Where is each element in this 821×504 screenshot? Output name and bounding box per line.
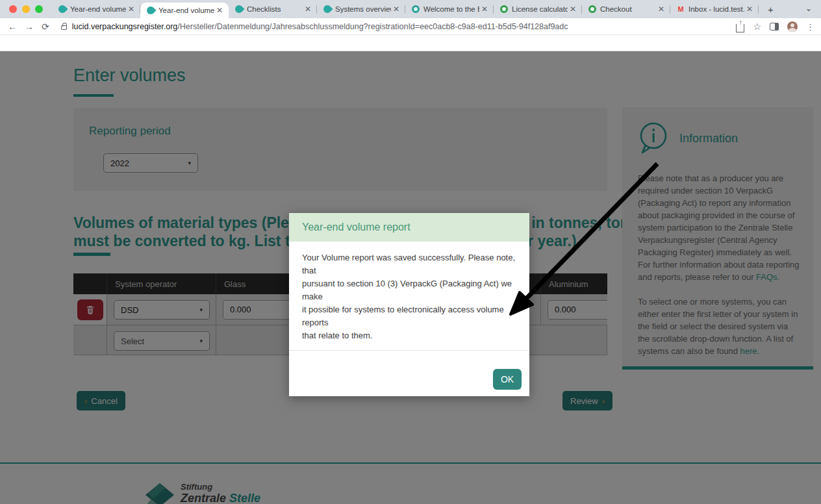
dialog-body: Your Volume report was saved successfull… (289, 242, 529, 351)
lucid-icon (322, 4, 333, 15)
new-tab-button[interactable]: + (768, 4, 774, 15)
close-icon[interactable]: ✕ (214, 6, 225, 15)
tab-systems-overview[interactable]: Systems overview ✕ (317, 0, 405, 18)
tab-label: Year-end volume repo (70, 5, 126, 13)
tabs: Year-end volume repo ✕ Year-end volume r… (52, 0, 759, 18)
tab-yearend-1[interactable]: Year-end volume repo ✕ (52, 0, 140, 18)
browser-menu-icon[interactable]: ⋮ (806, 22, 815, 32)
tab-search-chevron-icon[interactable]: ⌄ (805, 4, 812, 13)
reload-button[interactable]: ⟳ (42, 21, 49, 32)
tab-license-calculator[interactable]: License calculator ✕ (494, 0, 582, 18)
close-icon[interactable]: ✕ (656, 5, 666, 14)
tab-checklists[interactable]: Checklists ✕ (229, 0, 317, 18)
lucid-icon (57, 4, 68, 15)
zoom-window-button[interactable] (35, 5, 43, 13)
tab-welcome[interactable]: Welcome to the Bella ✕ (405, 0, 494, 18)
lucid-icon (234, 4, 245, 15)
swirl-icon (412, 5, 420, 13)
close-icon[interactable]: ✕ (391, 5, 401, 14)
tab-checkout[interactable]: Checkout ✕ (582, 0, 670, 18)
close-icon[interactable]: ✕ (744, 5, 755, 14)
forward-button[interactable]: → (25, 21, 34, 32)
tab-strip: Year-end volume repo ✕ Year-end volume r… (0, 0, 821, 18)
profile-avatar[interactable] (787, 21, 798, 32)
back-button[interactable]: ← (8, 21, 17, 32)
yearend-report-dialog: Year-end volume report Your Volume repor… (289, 213, 529, 396)
side-panel-icon[interactable] (770, 23, 779, 31)
url-path: /Hersteller/Datenmeldung/Jahresabschluss… (177, 22, 568, 31)
close-window-button[interactable] (9, 5, 17, 13)
dialog-title: Year-end volume report (302, 221, 516, 233)
bookmark-star-icon[interactable]: ☆ (753, 21, 761, 32)
close-icon[interactable]: ✕ (568, 5, 578, 14)
url-bar[interactable]: lucid.verpackungsregister.org/Hersteller… (72, 22, 568, 31)
tab-inbox[interactable]: M Inbox - lucid.test.co ✕ (670, 0, 759, 18)
address-toolbar: ← → ⟳ lucid.verpackungsregister.org/Hers… (0, 18, 821, 35)
share-icon[interactable] (736, 24, 744, 32)
lucid-icon (145, 5, 157, 16)
tab-label: Checkout (600, 5, 656, 13)
ring-icon (500, 5, 508, 13)
tab-yearend-2-active[interactable]: Year-end volume repo ✕ (140, 3, 229, 18)
ring-icon (588, 5, 596, 13)
dialog-text-line: that relate to them. (302, 329, 516, 342)
close-icon[interactable]: ✕ (303, 5, 313, 14)
minimize-window-button[interactable] (22, 5, 30, 13)
gmail-icon: M (677, 5, 685, 13)
page-header-strip (0, 35, 821, 51)
dialog-header: Year-end volume report (289, 213, 529, 242)
window-controls (9, 5, 43, 13)
url-domain: lucid.verpackungsregister.org (72, 22, 178, 31)
lock-icon[interactable] (61, 25, 67, 30)
close-icon[interactable]: ✕ (126, 5, 136, 14)
tab-label: License calculator (512, 5, 568, 13)
tab-label: Year-end volume repo (158, 6, 214, 14)
browser-window: Year-end volume repo ✕ Year-end volume r… (0, 0, 821, 504)
dialog-text-line: Your Volume report was saved successfull… (302, 251, 516, 277)
ok-button[interactable]: OK (493, 369, 522, 390)
dialog-text-line: it possible for systems to electronicall… (302, 303, 516, 329)
tab-label: Systems overview (335, 5, 391, 13)
dialog-text-line: pursuant to section 10 (3) VerpackG (Pac… (302, 277, 516, 303)
dialog-footer: OK (289, 351, 529, 396)
tab-label: Welcome to the Bella (423, 5, 479, 13)
tab-label: Inbox - lucid.test.co (688, 5, 744, 13)
tab-label: Checklists (247, 5, 303, 13)
close-icon[interactable]: ✕ (479, 5, 490, 14)
